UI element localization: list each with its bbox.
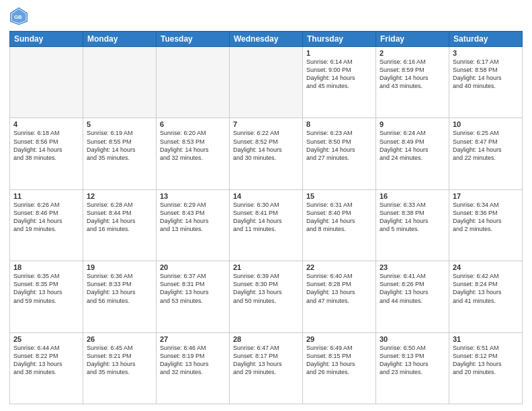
- calendar-cell: 3Sunrise: 6:17 AM Sunset: 8:58 PM Daylig…: [449, 47, 523, 118]
- calendar-cell: 8Sunrise: 6:23 AM Sunset: 8:50 PM Daylig…: [303, 118, 376, 189]
- calendar-cell: 18Sunrise: 6:35 AM Sunset: 8:35 PM Dayli…: [10, 261, 83, 332]
- weekday-header: Monday: [83, 32, 157, 47]
- day-number: 1: [306, 49, 372, 57]
- day-info: Sunrise: 6:49 AM Sunset: 8:15 PM Dayligh…: [306, 344, 372, 377]
- day-number: 6: [160, 120, 226, 128]
- calendar-cell: [230, 47, 303, 118]
- day-number: 25: [13, 335, 79, 343]
- calendar-cell: 12Sunrise: 6:28 AM Sunset: 8:44 PM Dayli…: [83, 189, 157, 261]
- day-number: 29: [306, 335, 372, 343]
- day-number: 14: [233, 192, 299, 200]
- day-info: Sunrise: 6:18 AM Sunset: 8:56 PM Dayligh…: [13, 129, 79, 162]
- calendar-cell: 25Sunrise: 6:44 AM Sunset: 8:22 PM Dayli…: [10, 332, 83, 404]
- weekday-row: SundayMondayTuesdayWednesdayThursdayFrid…: [10, 32, 523, 47]
- day-info: Sunrise: 6:24 AM Sunset: 8:49 PM Dayligh…: [380, 129, 445, 162]
- day-number: 26: [87, 335, 152, 343]
- calendar-cell: 2Sunrise: 6:16 AM Sunset: 8:59 PM Daylig…: [376, 47, 449, 118]
- day-number: 19: [87, 263, 152, 271]
- weekday-header: Friday: [376, 32, 449, 47]
- day-info: Sunrise: 6:41 AM Sunset: 8:26 PM Dayligh…: [380, 272, 445, 305]
- weekday-header: Wednesday: [230, 32, 303, 47]
- day-number: 24: [453, 263, 519, 271]
- day-info: Sunrise: 6:23 AM Sunset: 8:50 PM Dayligh…: [306, 129, 372, 162]
- day-number: 5: [87, 120, 152, 128]
- header: GB: [9, 7, 523, 26]
- calendar-cell: 24Sunrise: 6:42 AM Sunset: 8:24 PM Dayli…: [449, 261, 523, 332]
- calendar-cell: 10Sunrise: 6:25 AM Sunset: 8:47 PM Dayli…: [449, 118, 523, 189]
- day-info: Sunrise: 6:22 AM Sunset: 8:52 PM Dayligh…: [233, 129, 299, 162]
- day-number: 20: [160, 263, 226, 271]
- day-number: 3: [453, 49, 519, 57]
- day-info: Sunrise: 6:20 AM Sunset: 8:53 PM Dayligh…: [160, 129, 226, 162]
- day-info: Sunrise: 6:47 AM Sunset: 8:17 PM Dayligh…: [233, 344, 299, 377]
- svg-text:GB: GB: [14, 14, 22, 20]
- day-info: Sunrise: 6:35 AM Sunset: 8:35 PM Dayligh…: [13, 272, 79, 305]
- day-info: Sunrise: 6:25 AM Sunset: 8:47 PM Dayligh…: [453, 129, 519, 162]
- day-info: Sunrise: 6:17 AM Sunset: 8:58 PM Dayligh…: [453, 58, 519, 91]
- calendar-body: 1Sunrise: 6:14 AM Sunset: 9:00 PM Daylig…: [10, 47, 523, 404]
- calendar-cell: 17Sunrise: 6:34 AM Sunset: 8:36 PM Dayli…: [449, 189, 523, 261]
- day-number: 31: [453, 335, 519, 343]
- calendar-cell: 7Sunrise: 6:22 AM Sunset: 8:52 PM Daylig…: [230, 118, 303, 189]
- day-number: 12: [87, 192, 152, 200]
- calendar-cell: 11Sunrise: 6:26 AM Sunset: 8:46 PM Dayli…: [10, 189, 83, 261]
- day-info: Sunrise: 6:36 AM Sunset: 8:33 PM Dayligh…: [87, 272, 152, 305]
- day-number: 23: [380, 263, 445, 271]
- calendar-cell: 1Sunrise: 6:14 AM Sunset: 9:00 PM Daylig…: [303, 47, 376, 118]
- calendar-cell: [10, 47, 83, 118]
- day-number: 30: [380, 335, 445, 343]
- weekday-header: Tuesday: [157, 32, 230, 47]
- day-info: Sunrise: 6:40 AM Sunset: 8:28 PM Dayligh…: [306, 272, 372, 305]
- day-info: Sunrise: 6:46 AM Sunset: 8:19 PM Dayligh…: [160, 344, 226, 377]
- calendar-cell: 21Sunrise: 6:39 AM Sunset: 8:30 PM Dayli…: [230, 261, 303, 332]
- day-number: 28: [233, 335, 299, 343]
- day-info: Sunrise: 6:44 AM Sunset: 8:22 PM Dayligh…: [13, 344, 79, 377]
- calendar-cell: 20Sunrise: 6:37 AM Sunset: 8:31 PM Dayli…: [157, 261, 230, 332]
- day-number: 2: [380, 49, 445, 57]
- day-info: Sunrise: 6:30 AM Sunset: 8:41 PM Dayligh…: [233, 201, 299, 234]
- calendar-table: SundayMondayTuesdayWednesdayThursdayFrid…: [9, 31, 523, 404]
- day-number: 11: [13, 192, 79, 200]
- calendar-cell: 31Sunrise: 6:51 AM Sunset: 8:12 PM Dayli…: [449, 332, 523, 404]
- day-info: Sunrise: 6:50 AM Sunset: 8:13 PM Dayligh…: [380, 344, 445, 377]
- day-info: Sunrise: 6:39 AM Sunset: 8:30 PM Dayligh…: [233, 272, 299, 305]
- day-info: Sunrise: 6:26 AM Sunset: 8:46 PM Dayligh…: [13, 201, 79, 234]
- calendar-week-row: 25Sunrise: 6:44 AM Sunset: 8:22 PM Dayli…: [10, 332, 523, 404]
- calendar-cell: 15Sunrise: 6:31 AM Sunset: 8:40 PM Dayli…: [303, 189, 376, 261]
- calendar-cell: 22Sunrise: 6:40 AM Sunset: 8:28 PM Dayli…: [303, 261, 376, 332]
- calendar-header: SundayMondayTuesdayWednesdayThursdayFrid…: [10, 32, 523, 47]
- calendar-cell: 6Sunrise: 6:20 AM Sunset: 8:53 PM Daylig…: [157, 118, 230, 189]
- day-number: 21: [233, 263, 299, 271]
- day-info: Sunrise: 6:42 AM Sunset: 8:24 PM Dayligh…: [453, 272, 519, 305]
- day-info: Sunrise: 6:29 AM Sunset: 8:43 PM Dayligh…: [160, 201, 226, 234]
- day-number: 13: [160, 192, 226, 200]
- calendar-cell: 26Sunrise: 6:45 AM Sunset: 8:21 PM Dayli…: [83, 332, 157, 404]
- calendar-week-row: 4Sunrise: 6:18 AM Sunset: 8:56 PM Daylig…: [10, 118, 523, 189]
- day-number: 22: [306, 263, 372, 271]
- calendar-cell: 27Sunrise: 6:46 AM Sunset: 8:19 PM Dayli…: [157, 332, 230, 404]
- weekday-header: Saturday: [449, 32, 523, 47]
- day-info: Sunrise: 6:28 AM Sunset: 8:44 PM Dayligh…: [87, 201, 152, 234]
- day-number: 16: [380, 192, 445, 200]
- calendar-cell: [157, 47, 230, 118]
- calendar-week-row: 1Sunrise: 6:14 AM Sunset: 9:00 PM Daylig…: [10, 47, 523, 118]
- day-info: Sunrise: 6:37 AM Sunset: 8:31 PM Dayligh…: [160, 272, 226, 305]
- calendar-cell: 5Sunrise: 6:19 AM Sunset: 8:55 PM Daylig…: [83, 118, 157, 189]
- calendar-cell: 19Sunrise: 6:36 AM Sunset: 8:33 PM Dayli…: [83, 261, 157, 332]
- calendar-cell: [83, 47, 157, 118]
- calendar-cell: 13Sunrise: 6:29 AM Sunset: 8:43 PM Dayli…: [157, 189, 230, 261]
- calendar-week-row: 11Sunrise: 6:26 AM Sunset: 8:46 PM Dayli…: [10, 189, 523, 261]
- day-number: 8: [306, 120, 372, 128]
- day-info: Sunrise: 6:19 AM Sunset: 8:55 PM Dayligh…: [87, 129, 152, 162]
- calendar-cell: 9Sunrise: 6:24 AM Sunset: 8:49 PM Daylig…: [376, 118, 449, 189]
- day-number: 9: [380, 120, 445, 128]
- calendar-cell: 29Sunrise: 6:49 AM Sunset: 8:15 PM Dayli…: [303, 332, 376, 404]
- day-number: 10: [453, 120, 519, 128]
- day-number: 18: [13, 263, 79, 271]
- calendar-cell: 30Sunrise: 6:50 AM Sunset: 8:13 PM Dayli…: [376, 332, 449, 404]
- day-info: Sunrise: 6:33 AM Sunset: 8:38 PM Dayligh…: [380, 201, 445, 234]
- calendar-week-row: 18Sunrise: 6:35 AM Sunset: 8:35 PM Dayli…: [10, 261, 523, 332]
- page: GB SundayMondayTuesdayWednesdayThursdayF…: [0, 0, 532, 411]
- calendar-cell: 28Sunrise: 6:47 AM Sunset: 8:17 PM Dayli…: [230, 332, 303, 404]
- weekday-header: Thursday: [303, 32, 376, 47]
